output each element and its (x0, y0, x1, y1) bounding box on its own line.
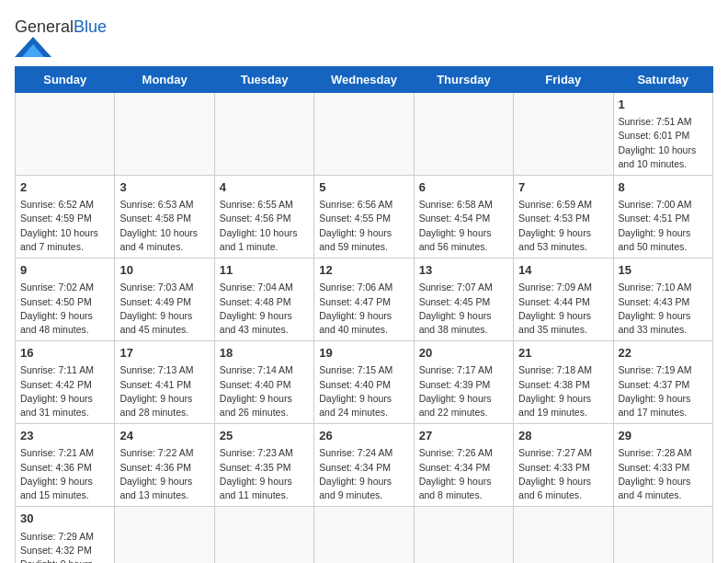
day-info: Sunrise: 7:23 AMSunset: 4:35 PMDaylight:… (220, 446, 309, 502)
day-info: Sunrise: 7:15 AMSunset: 4:40 PMDaylight:… (319, 363, 408, 419)
calendar-week-row: 2Sunrise: 6:52 AMSunset: 4:59 PMDaylight… (16, 176, 713, 259)
day-info: Sunrise: 6:52 AMSunset: 4:59 PMDaylight:… (20, 198, 109, 254)
calendar-cell: 19Sunrise: 7:15 AMSunset: 4:40 PMDayligh… (314, 341, 414, 424)
day-info: Sunrise: 7:10 AMSunset: 4:43 PMDaylight:… (619, 281, 708, 337)
day-info: Sunrise: 7:04 AMSunset: 4:48 PMDaylight:… (220, 281, 309, 337)
day-number: 4 (220, 179, 309, 196)
calendar-week-row: 30Sunrise: 7:29 AMSunset: 4:32 PMDayligh… (16, 507, 713, 563)
calendar-cell: 1Sunrise: 7:51 AMSunset: 6:01 PMDaylight… (613, 93, 712, 176)
calendar-cell: 20Sunrise: 7:17 AMSunset: 4:39 PMDayligh… (414, 341, 513, 424)
calendar-cell: 25Sunrise: 7:23 AMSunset: 4:35 PMDayligh… (214, 424, 313, 507)
day-info: Sunrise: 7:03 AMSunset: 4:49 PMDaylight:… (119, 281, 209, 337)
calendar-cell (214, 93, 313, 176)
logo-text: GeneralBlue (15, 18, 107, 35)
day-number: 25 (220, 428, 309, 444)
day-number: 14 (518, 262, 608, 279)
calendar-cell: 26Sunrise: 7:24 AMSunset: 4:34 PMDayligh… (314, 424, 414, 507)
day-info: Sunrise: 7:22 AMSunset: 4:36 PMDaylight:… (119, 446, 209, 502)
day-number: 21 (518, 345, 608, 362)
calendar-week-row: 23Sunrise: 7:21 AMSunset: 4:36 PMDayligh… (16, 424, 713, 507)
day-info: Sunrise: 7:27 AMSunset: 4:33 PMDaylight:… (518, 446, 608, 502)
calendar-cell: 29Sunrise: 7:28 AMSunset: 4:33 PMDayligh… (613, 424, 712, 507)
calendar-cell (414, 93, 513, 176)
day-number: 13 (419, 262, 508, 279)
calendar-cell: 15Sunrise: 7:10 AMSunset: 4:43 PMDayligh… (613, 259, 712, 341)
day-number: 2 (20, 179, 109, 196)
calendar-header: SundayMondayTuesdayWednesdayThursdayFrid… (16, 67, 713, 93)
logo-blue: Blue (74, 17, 107, 36)
day-number: 28 (518, 428, 608, 444)
day-of-week-header: Thursday (414, 67, 513, 93)
day-info: Sunrise: 7:51 AMSunset: 6:01 PMDaylight:… (619, 115, 708, 171)
day-number: 1 (619, 97, 708, 113)
calendar-cell (115, 507, 214, 563)
day-number: 29 (619, 428, 708, 444)
day-info: Sunrise: 7:02 AMSunset: 4:50 PMDaylight:… (20, 281, 109, 337)
day-number: 20 (419, 345, 508, 362)
calendar-cell: 27Sunrise: 7:26 AMSunset: 4:34 PMDayligh… (414, 424, 513, 507)
day-of-week-header: Monday (115, 67, 214, 93)
calendar-cell: 6Sunrise: 6:58 AMSunset: 4:54 PMDaylight… (414, 176, 513, 259)
day-number: 5 (319, 179, 408, 196)
header: GeneralBlue (15, 15, 713, 57)
day-info: Sunrise: 7:06 AMSunset: 4:47 PMDaylight:… (319, 281, 408, 337)
day-info: Sunrise: 7:13 AMSunset: 4:41 PMDaylight:… (119, 363, 209, 419)
calendar-cell: 22Sunrise: 7:19 AMSunset: 4:37 PMDayligh… (613, 341, 712, 424)
day-number: 26 (319, 428, 408, 444)
day-info: Sunrise: 6:59 AMSunset: 4:53 PMDaylight:… (518, 198, 608, 254)
day-of-week-header: Sunday (16, 67, 115, 93)
calendar-cell: 17Sunrise: 7:13 AMSunset: 4:41 PMDayligh… (115, 341, 214, 424)
calendar-cell (214, 507, 313, 563)
calendar-cell: 16Sunrise: 7:11 AMSunset: 4:42 PMDayligh… (16, 341, 115, 424)
calendar-cell: 5Sunrise: 6:56 AMSunset: 4:55 PMDaylight… (314, 176, 414, 259)
day-number: 30 (20, 511, 109, 527)
calendar-cell (613, 507, 712, 563)
day-number: 12 (319, 262, 408, 279)
day-number: 6 (419, 179, 508, 196)
calendar-cell: 14Sunrise: 7:09 AMSunset: 4:44 PMDayligh… (514, 259, 613, 341)
day-info: Sunrise: 7:11 AMSunset: 4:42 PMDaylight:… (20, 363, 109, 419)
calendar-cell: 10Sunrise: 7:03 AMSunset: 4:49 PMDayligh… (115, 259, 214, 341)
day-info: Sunrise: 7:26 AMSunset: 4:34 PMDaylight:… (419, 446, 508, 502)
day-info: Sunrise: 7:19 AMSunset: 4:37 PMDaylight:… (619, 363, 708, 419)
calendar-cell: 21Sunrise: 7:18 AMSunset: 4:38 PMDayligh… (514, 341, 613, 424)
day-of-week-header: Saturday (613, 67, 712, 93)
day-info: Sunrise: 7:29 AMSunset: 4:32 PMDaylight:… (20, 530, 109, 564)
calendar-cell (16, 93, 115, 176)
calendar-cell (514, 93, 613, 176)
day-number: 16 (20, 345, 109, 362)
calendar-cell (514, 507, 613, 563)
day-info: Sunrise: 7:00 AMSunset: 4:51 PMDaylight:… (619, 198, 708, 254)
calendar-cell: 8Sunrise: 7:00 AMSunset: 4:51 PMDaylight… (613, 176, 712, 259)
days-of-week-row: SundayMondayTuesdayWednesdayThursdayFrid… (16, 67, 713, 93)
day-number: 18 (220, 345, 309, 362)
day-number: 3 (119, 179, 209, 196)
calendar-cell (115, 93, 214, 176)
calendar-week-row: 1Sunrise: 7:51 AMSunset: 6:01 PMDaylight… (16, 93, 713, 176)
day-number: 24 (119, 428, 209, 444)
calendar-week-row: 9Sunrise: 7:02 AMSunset: 4:50 PMDaylight… (16, 259, 713, 341)
day-number: 17 (119, 345, 209, 362)
day-of-week-header: Wednesday (314, 67, 414, 93)
calendar-body: 1Sunrise: 7:51 AMSunset: 6:01 PMDaylight… (16, 93, 713, 564)
day-number: 22 (619, 345, 708, 362)
calendar-cell: 30Sunrise: 7:29 AMSunset: 4:32 PMDayligh… (16, 507, 115, 563)
day-of-week-header: Friday (514, 67, 613, 93)
calendar-cell (314, 93, 414, 176)
logo-icon (15, 37, 51, 57)
calendar-cell: 4Sunrise: 6:55 AMSunset: 4:56 PMDaylight… (214, 176, 313, 259)
day-info: Sunrise: 7:17 AMSunset: 4:39 PMDaylight:… (419, 363, 508, 419)
calendar-cell (314, 507, 414, 563)
calendar-cell: 18Sunrise: 7:14 AMSunset: 4:40 PMDayligh… (214, 341, 313, 424)
day-info: Sunrise: 7:18 AMSunset: 4:38 PMDaylight:… (518, 363, 608, 419)
day-info: Sunrise: 7:09 AMSunset: 4:44 PMDaylight:… (518, 281, 608, 337)
logo-general: General (15, 17, 74, 36)
day-number: 9 (20, 262, 109, 279)
calendar-cell: 11Sunrise: 7:04 AMSunset: 4:48 PMDayligh… (214, 259, 313, 341)
calendar-cell: 23Sunrise: 7:21 AMSunset: 4:36 PMDayligh… (16, 424, 115, 507)
day-number: 27 (419, 428, 508, 444)
day-number: 10 (119, 262, 209, 279)
calendar-cell: 13Sunrise: 7:07 AMSunset: 4:45 PMDayligh… (414, 259, 513, 341)
day-number: 19 (319, 345, 408, 362)
calendar-cell: 9Sunrise: 7:02 AMSunset: 4:50 PMDaylight… (16, 259, 115, 341)
